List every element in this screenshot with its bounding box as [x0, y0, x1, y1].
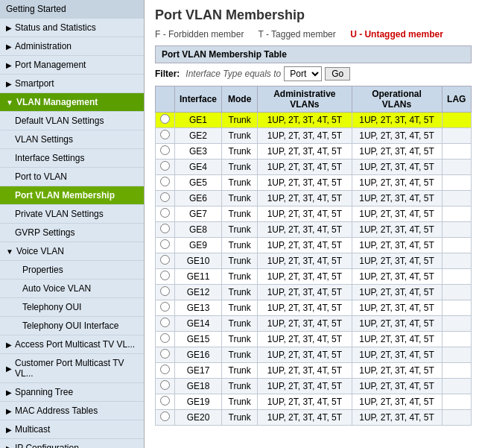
row-select-GE20[interactable]	[156, 410, 175, 426]
cell-lag-GE14	[442, 316, 472, 332]
sidebar-item-gvrp-settings[interactable]: GVRP Settings	[0, 224, 144, 242]
radio-GE8[interactable]	[160, 224, 170, 233]
filter-description: Interface Type equals to	[185, 69, 281, 79]
radio-GE13[interactable]	[160, 302, 170, 312]
sidebar-label: VLAN Settings	[15, 134, 73, 145]
sidebar-item-status-and-statistics[interactable]: ▶Status and Statistics	[0, 19, 144, 37]
sidebar-item-telephony-oui[interactable]: Telephony OUI	[0, 298, 144, 317]
sidebar-item-properties[interactable]: Properties	[0, 261, 144, 280]
radio-GE16[interactable]	[160, 349, 170, 359]
radio-GE14[interactable]	[160, 318, 170, 327]
row-select-GE17[interactable]	[156, 363, 175, 379]
sidebar-item-auto-voice-vlan[interactable]: Auto Voice VLAN	[0, 280, 144, 298]
radio-GE1[interactable]	[160, 114, 170, 124]
sidebar-label: Default VLAN Settings	[15, 116, 104, 126]
radio-GE15[interactable]	[160, 333, 170, 343]
sidebar-label: VLAN Management	[16, 97, 98, 107]
row-select-GE16[interactable]	[156, 347, 175, 363]
row-select-GE4[interactable]	[156, 160, 175, 175]
row-select-GE14[interactable]	[156, 316, 175, 332]
cell-interface-GE16: GE16	[175, 347, 222, 363]
cell-oper-GE6: 1UP, 2T, 3T, 4T, 5T	[352, 191, 442, 206]
cell-interface-GE11: GE11	[175, 269, 222, 285]
cell-lag-GE13	[442, 300, 472, 316]
sidebar-item-administration[interactable]: ▶Administration	[0, 37, 144, 56]
radio-GE6[interactable]	[160, 192, 170, 202]
table-row: GE7 Trunk 1UP, 2T, 3T, 4T, 5T 1UP, 2T, 3…	[156, 206, 472, 222]
row-select-GE11[interactable]	[156, 269, 175, 285]
radio-GE7[interactable]	[160, 208, 170, 218]
cell-oper-GE2: 1UP, 2T, 3T, 4T, 5T	[352, 128, 442, 144]
sidebar-item-vlan-settings[interactable]: VLAN Settings	[0, 130, 144, 149]
row-select-GE8[interactable]	[156, 222, 175, 238]
cell-mode-GE9: Trunk	[222, 238, 258, 253]
sidebar-item-mac-address-tables[interactable]: ▶MAC Address Tables	[0, 402, 144, 420]
sidebar-item-voice-vlan[interactable]: ▼Voice VLAN	[0, 242, 144, 261]
table-row: GE6 Trunk 1UP, 2T, 3T, 4T, 5T 1UP, 2T, 3…	[156, 191, 472, 206]
sidebar-item-port-vlan-membership[interactable]: Port VLAN Membership	[0, 186, 144, 205]
radio-GE3[interactable]	[160, 145, 170, 155]
row-select-GE13[interactable]	[156, 300, 175, 316]
table-row: GE18 Trunk 1UP, 2T, 3T, 4T, 5T 1UP, 2T, …	[156, 379, 472, 394]
cell-admin-GE1: 1UP, 2T, 3T, 4T, 5T	[258, 113, 352, 128]
radio-GE10[interactable]	[160, 255, 170, 265]
row-select-GE2[interactable]	[156, 128, 175, 144]
table-row: GE9 Trunk 1UP, 2T, 3T, 4T, 5T 1UP, 2T, 3…	[156, 238, 472, 253]
row-select-GE5[interactable]	[156, 175, 175, 191]
row-select-GE19[interactable]	[156, 394, 175, 410]
radio-GE17[interactable]	[160, 365, 170, 374]
sidebar-item-default-vlan-settings[interactable]: Default VLAN Settings	[0, 112, 144, 130]
sidebar-label: Private VLAN Settings	[15, 209, 104, 219]
radio-GE4[interactable]	[160, 161, 170, 171]
sidebar-item-port-to-vlan[interactable]: Port to VLAN	[0, 168, 144, 186]
sidebar-item-spanning-tree[interactable]: ▶Spanning Tree	[0, 383, 144, 402]
radio-GE18[interactable]	[160, 380, 170, 390]
sidebar-label: Port to VLAN	[15, 171, 67, 182]
filter-go-button[interactable]: Go	[325, 67, 350, 81]
radio-GE5[interactable]	[160, 177, 170, 186]
row-select-GE12[interactable]	[156, 285, 175, 300]
row-select-GE6[interactable]	[156, 191, 175, 206]
cell-admin-GE13: 1UP, 2T, 3T, 4T, 5T	[258, 300, 352, 316]
radio-GE9[interactable]	[160, 239, 170, 249]
sidebar-item-private-vlan-settings[interactable]: Private VLAN Settings	[0, 205, 144, 224]
radio-GE2[interactable]	[160, 130, 170, 139]
col-header-lag: LAG	[442, 86, 472, 113]
filter-select[interactable]: Port	[284, 66, 322, 81]
cell-interface-GE3: GE3	[175, 144, 222, 160]
cell-interface-GE5: GE5	[175, 175, 222, 191]
cell-interface-GE8: GE8	[175, 222, 222, 238]
sidebar-item-interface-settings[interactable]: Interface Settings	[0, 149, 144, 168]
sidebar-item-port-management[interactable]: ▶Port Management	[0, 56, 144, 75]
row-select-GE15[interactable]	[156, 332, 175, 347]
sidebar-label: Telephony OUI	[22, 302, 81, 312]
radio-GE12[interactable]	[160, 286, 170, 296]
sidebar-label: Interface Settings	[15, 153, 84, 163]
sidebar-item-vlan-management[interactable]: ▼VLAN Management	[0, 93, 144, 112]
sidebar-item-access-port-multicast-tv-vl...[interactable]: ▶Access Port Multicast TV VL...	[0, 335, 144, 354]
row-select-GE7[interactable]	[156, 206, 175, 222]
row-select-GE3[interactable]	[156, 144, 175, 160]
sidebar-item-smartport[interactable]: ▶Smartport	[0, 75, 144, 93]
filter-label: Filter:	[155, 69, 180, 79]
cell-admin-GE6: 1UP, 2T, 3T, 4T, 5T	[258, 191, 352, 206]
radio-GE19[interactable]	[160, 396, 170, 406]
cell-mode-GE17: Trunk	[222, 363, 258, 379]
sidebar-item-multicast[interactable]: ▶Multicast	[0, 420, 144, 439]
row-select-GE1[interactable]	[156, 113, 175, 128]
cell-admin-GE8: 1UP, 2T, 3T, 4T, 5T	[258, 222, 352, 238]
sidebar-item-customer-port-multicast-tv-vl...[interactable]: ▶Customer Port Multicast TV VL...	[0, 354, 144, 383]
sidebar-item-ip-configuration[interactable]: ▶IP Configuration	[0, 439, 144, 448]
sidebar-item-telephony-oui-interface[interactable]: Telephony OUI Interface	[0, 317, 144, 335]
cell-admin-GE17: 1UP, 2T, 3T, 4T, 5T	[258, 363, 352, 379]
sidebar-label: Telephony OUI Interface	[22, 321, 118, 331]
cell-lag-GE11	[442, 269, 472, 285]
row-select-GE9[interactable]	[156, 238, 175, 253]
radio-GE20[interactable]	[160, 411, 170, 421]
sidebar-item-getting-started[interactable]: Getting Started	[0, 0, 144, 19]
radio-GE11[interactable]	[160, 271, 170, 280]
cell-mode-GE3: Trunk	[222, 144, 258, 160]
row-select-GE18[interactable]	[156, 379, 175, 394]
row-select-GE10[interactable]	[156, 253, 175, 269]
sidebar-label: Smartport	[15, 78, 54, 89]
